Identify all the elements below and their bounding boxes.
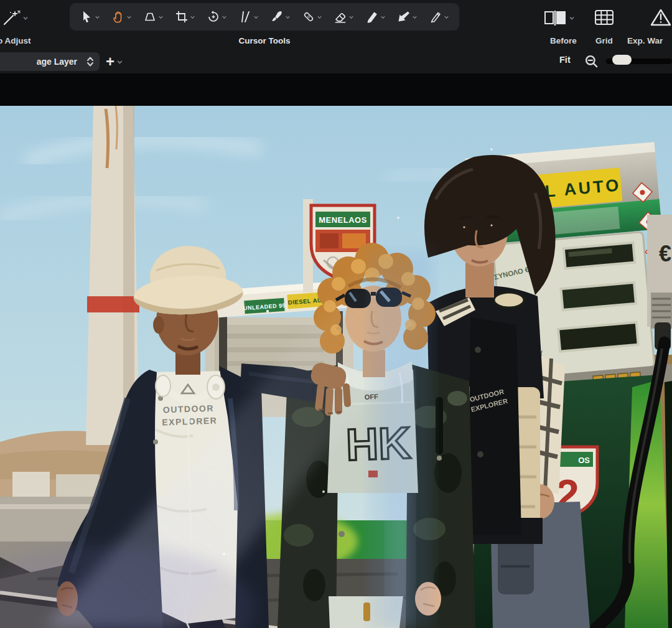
- add-layer-button[interactable]: +: [106, 51, 123, 72]
- magnifier-minus-icon: [584, 54, 600, 72]
- chevron-down-icon: [126, 14, 132, 20]
- heal-tool[interactable]: [302, 10, 322, 24]
- exposure-warning-label: Exp. War: [627, 36, 663, 45]
- grid-icon: [594, 9, 615, 26]
- warning-triangle-icon: [650, 8, 672, 27]
- auto-adjust-tool[interactable]: [2, 10, 29, 26]
- crop-tool[interactable]: [175, 10, 195, 24]
- chevron-down-icon: [253, 14, 259, 20]
- pump-euro-symbol: €: [659, 241, 671, 266]
- draw-mask-tool[interactable]: [365, 10, 386, 24]
- chevron-down-icon: [412, 14, 418, 20]
- stepper-icon: [86, 55, 95, 68]
- top-toolbar: o Adjust Cursor Tools Before Grid Exp. W…: [0, 0, 672, 106]
- vest-patch: [493, 292, 525, 308]
- toolbar-row-3: age Layer + Fit: [0, 51, 672, 73]
- select-tool[interactable]: [80, 10, 100, 24]
- image-viewer-canvas[interactable]: UNLEADED 95 DIESEL AUTO MENELAOS DIESEL …: [0, 106, 672, 628]
- before-toggle[interactable]: [544, 10, 575, 26]
- station-brand-text: MENELAOS: [319, 215, 367, 225]
- cursor-tools-label: Cursor Tools: [70, 36, 459, 45]
- grid-toggle[interactable]: [594, 9, 615, 26]
- chevron-down-icon: [116, 59, 123, 65]
- chevron-down-icon: [22, 15, 29, 21]
- chevron-down-icon: [569, 15, 575, 21]
- keystone-tool[interactable]: [143, 10, 164, 24]
- exposure-warning-toggle[interactable]: [650, 8, 672, 27]
- chevron-down-icon: [444, 14, 449, 20]
- straighten-tool[interactable]: [238, 10, 259, 24]
- gradient-arrow-mask-tool[interactable]: [397, 10, 418, 24]
- chevron-down-icon: [380, 14, 386, 20]
- cursor-tools-group: [70, 3, 459, 30]
- before-split-icon: [544, 10, 567, 26]
- zoom-fit-label: Fit: [559, 55, 571, 65]
- pan-hand-tool[interactable]: [111, 10, 132, 24]
- left-boy-tee-print-1: OUTDOOR: [163, 403, 215, 415]
- chevron-down-icon: [222, 14, 227, 20]
- auto-adjust-label: o Adjust: [0, 36, 31, 45]
- chevron-down-icon: [285, 14, 291, 20]
- plus-icon: +: [106, 53, 114, 70]
- chevron-down-icon: [348, 14, 354, 20]
- layer-selector[interactable]: age Layer: [0, 52, 100, 71]
- zoom-slider-thumb[interactable]: [612, 55, 632, 65]
- chevron-down-icon: [190, 14, 195, 20]
- grid-label: Grid: [595, 36, 613, 45]
- chevron-down-icon: [158, 14, 164, 20]
- rotate-tool[interactable]: [207, 10, 227, 24]
- chevron-down-icon: [95, 14, 100, 20]
- eraser-tool[interactable]: [334, 10, 354, 24]
- brush-tool[interactable]: [270, 10, 291, 24]
- chevron-down-icon: [317, 14, 322, 20]
- before-label: Before: [550, 36, 577, 45]
- layer-selector-value: age Layer: [37, 57, 77, 67]
- lower-shield-text: OS: [578, 456, 590, 465]
- magic-wand-icon: [2, 10, 21, 26]
- pen-tool[interactable]: [429, 10, 449, 24]
